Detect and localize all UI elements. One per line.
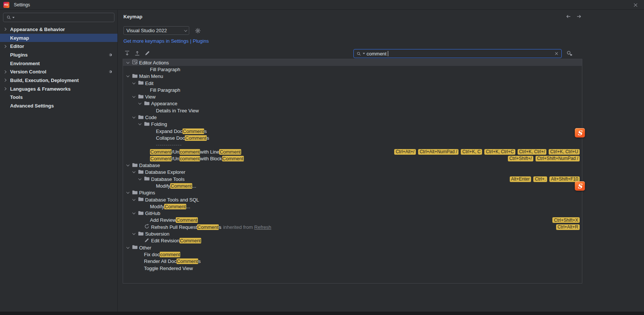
tree-row-appearance[interactable]: Appearance bbox=[123, 100, 582, 107]
folder-icon bbox=[138, 196, 144, 202]
chevron-down-icon[interactable] bbox=[132, 211, 135, 214]
get-more-keymaps-row: Get more keymaps in Settings|Plugins bbox=[123, 38, 209, 44]
plugins-link[interactable]: Plugins bbox=[193, 38, 209, 44]
tree-row-render-all-doc-comments[interactable]: Render All Doc Comments bbox=[123, 258, 582, 265]
chevron-down-icon[interactable] bbox=[126, 245, 129, 248]
tree-row-edit[interactable]: Edit bbox=[123, 80, 582, 87]
action-label: Refresh Pull Request Comments bbox=[151, 224, 221, 230]
chevron-down-icon[interactable] bbox=[126, 163, 129, 166]
label-text: Database bbox=[139, 163, 160, 168]
shortcut-list: Ctrl+Shift+X bbox=[552, 217, 582, 223]
chevron-down-icon[interactable] bbox=[132, 95, 135, 98]
back-arrow-icon[interactable] bbox=[565, 13, 571, 19]
sidebar-item-label: Advanced Settings bbox=[10, 103, 54, 109]
sidebar-item-build-execution-deployment[interactable]: Build, Execution, Deployment bbox=[0, 76, 117, 85]
chevron-right-icon[interactable] bbox=[3, 70, 6, 73]
tree-row-plugins[interactable]: Plugins bbox=[123, 190, 582, 196]
chevron-right-icon[interactable] bbox=[3, 45, 6, 48]
sidebar-item-keymap[interactable]: Keymap bbox=[0, 34, 117, 42]
chevron-down-icon[interactable] bbox=[132, 170, 135, 173]
window-bottom-edge bbox=[0, 312, 644, 315]
tree-row-separator[interactable]: ------------- bbox=[123, 142, 582, 148]
shortcut-badge: Alt+Shift+F10 bbox=[549, 176, 580, 182]
label-text: /Un bbox=[172, 149, 179, 155]
find-actions-by-shortcut-icon[interactable] bbox=[566, 50, 573, 57]
tree-row-main-menu[interactable]: Main Menu bbox=[123, 73, 582, 80]
chevron-right-icon[interactable] bbox=[3, 28, 6, 31]
tree-row-editor-actions[interactable]: Editor Actions bbox=[123, 59, 582, 66]
action-label: Collapse Doc Comments bbox=[156, 135, 209, 141]
sidebar-item-environment[interactable]: Environment bbox=[0, 59, 117, 68]
label-text: ------------- bbox=[156, 142, 182, 148]
settings-search-input[interactable] bbox=[3, 13, 114, 22]
search-history-chevron-icon bbox=[12, 17, 15, 18]
folder-icon bbox=[144, 176, 151, 182]
chevron-down-icon[interactable] bbox=[132, 81, 135, 84]
tree-row-add-review-comment[interactable]: Add Review CommentCtrl+Shift+X bbox=[123, 217, 582, 224]
chevron-right-icon[interactable] bbox=[3, 79, 6, 82]
collapse-all-icon[interactable] bbox=[134, 50, 140, 56]
inherited-from-link[interactable]: Refresh bbox=[254, 224, 272, 230]
edit-shortcut-icon[interactable] bbox=[144, 50, 150, 56]
tree-row-database[interactable]: Database bbox=[123, 162, 582, 169]
tree-row-fill-paragraph[interactable]: Fill Paragraph bbox=[123, 66, 582, 73]
sidebar-item-version-control[interactable]: Version Control bbox=[0, 67, 117, 76]
action-label: Fill Paragraph bbox=[150, 87, 180, 93]
tree-row-expand-doc-comments[interactable]: Expand Doc Comments bbox=[123, 128, 582, 134]
sidebar-item-appearance-behavior[interactable]: Appearance & Behavior bbox=[0, 25, 117, 34]
sidebar-item-plugins[interactable]: Plugins bbox=[0, 51, 117, 59]
sidebar-item-label: Keymap bbox=[10, 35, 29, 41]
sidebar-item-advanced-settings[interactable]: Advanced Settings bbox=[0, 102, 117, 110]
sidebar-item-editor[interactable]: Editor bbox=[0, 42, 117, 51]
shortcut-badge: Ctrl+K, Ctrl+U bbox=[549, 149, 580, 155]
tree-row-fill-paragraph-2[interactable]: Fill Paragraph bbox=[123, 87, 582, 93]
action-label: Comment/Uncomment with Block Comment bbox=[150, 156, 244, 161]
tree-row-refresh-pull-request-comments[interactable]: Refresh Pull Request Comments inherited … bbox=[123, 224, 582, 230]
tree-row-modify-comment[interactable]: Modify Comment... bbox=[123, 182, 582, 189]
chevron-down-icon[interactable] bbox=[138, 102, 141, 105]
chevron-down-icon[interactable] bbox=[138, 177, 141, 180]
chevron-down-icon[interactable] bbox=[132, 232, 135, 235]
tree-row-database-tools-and-sql[interactable]: Database Tools and SQL bbox=[123, 196, 582, 203]
expand-all-icon[interactable] bbox=[124, 50, 130, 56]
folder-icon bbox=[144, 121, 151, 128]
chevron-down-icon[interactable] bbox=[126, 60, 129, 63]
tree-row-code[interactable]: Code bbox=[123, 114, 582, 121]
sidebar-item-tools[interactable]: Tools bbox=[0, 93, 117, 102]
close-icon bbox=[633, 2, 638, 8]
tree-row-github[interactable]: GitHub bbox=[123, 210, 582, 217]
folder-icon bbox=[138, 196, 145, 203]
refresh-icon bbox=[144, 224, 150, 229]
chevron-down-icon[interactable] bbox=[126, 191, 129, 194]
keymap-scheme-select[interactable]: Visual Studio 2022 bbox=[123, 26, 189, 35]
tree-row-view[interactable]: View bbox=[123, 93, 582, 100]
chevron-right-icon[interactable] bbox=[3, 87, 6, 90]
chevron-down-icon[interactable] bbox=[126, 74, 129, 77]
gear-icon[interactable] bbox=[195, 28, 201, 34]
folder-icon bbox=[144, 121, 150, 127]
chevron-down-icon[interactable] bbox=[132, 197, 135, 200]
tree-row-other[interactable]: Other bbox=[123, 244, 582, 251]
tree-row-details-in-tree-view[interactable]: Details in Tree View bbox=[123, 107, 582, 114]
chevron-down-icon[interactable] bbox=[138, 122, 141, 125]
tree-row-database-tools[interactable]: Database ToolsAlt+EnterCtrl+.Alt+Shift+F… bbox=[123, 176, 582, 182]
clear-search-icon[interactable] bbox=[554, 51, 559, 56]
tree-row-fix-doc-comment[interactable]: Fix doc comment bbox=[123, 251, 582, 258]
tree-row-edit-revision-comment[interactable]: Edit Revision Comment bbox=[123, 237, 582, 244]
sidebar-items: Appearance & BehaviorKeymapEditorPlugins… bbox=[0, 25, 117, 110]
tree-row-comment-uncomment-block[interactable]: Comment/Uncomment with Block CommentCtrl… bbox=[123, 155, 582, 162]
tree-row-comment-uncomment-line[interactable]: Comment/Uncomment with Line CommentCtrl+… bbox=[123, 148, 582, 155]
forward-arrow-icon[interactable] bbox=[576, 13, 582, 19]
chevron-down-icon[interactable] bbox=[132, 115, 135, 118]
tree-row-folding[interactable]: Folding bbox=[123, 121, 582, 128]
folder-icon bbox=[132, 190, 138, 195]
close-button[interactable] bbox=[627, 0, 644, 10]
get-more-keymaps-link[interactable]: Get more keymaps in Settings bbox=[123, 38, 188, 44]
keymap-search-input[interactable]: comment bbox=[353, 49, 562, 58]
sidebar-item-languages-frameworks[interactable]: Languages & Frameworks bbox=[0, 85, 117, 93]
tree-row-subversion[interactable]: Subversion bbox=[123, 230, 582, 237]
tree-row-modify-comment-2[interactable]: Modify Comment... bbox=[123, 203, 582, 210]
tree-row-database-explorer[interactable]: Database Explorer bbox=[123, 169, 582, 176]
tree-row-collapse-doc-comments[interactable]: Collapse Doc Comments bbox=[123, 134, 582, 141]
tree-row-toggle-rendered-view[interactable]: Toggle Rendered View bbox=[123, 265, 582, 272]
